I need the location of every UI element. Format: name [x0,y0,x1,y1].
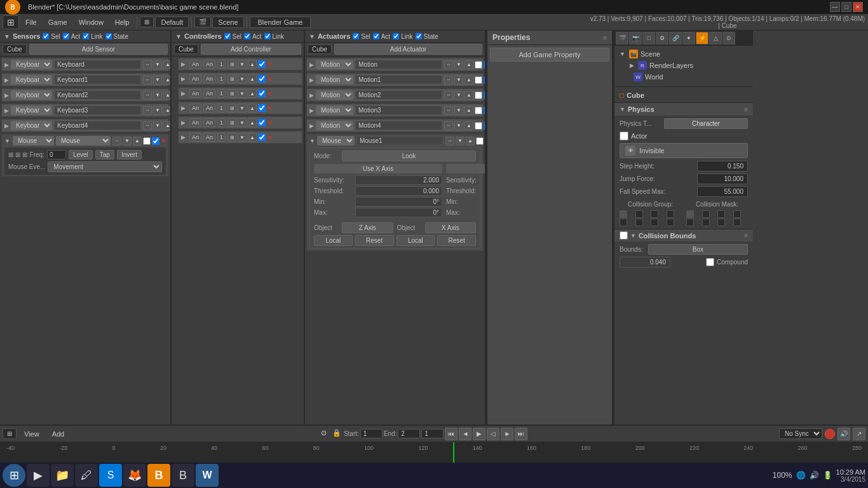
layout-selector[interactable]: Default [155,17,189,28]
coll-cell[interactable] [667,219,674,226]
physics-icon-btn[interactable]: ⚡ [696,32,709,44]
ctrl-check[interactable] [258,119,266,126]
current-frame-input[interactable] [421,429,444,438]
act-type-select[interactable]: Motion [316,75,353,85]
sensor-icon[interactable]: ▼ [153,76,162,85]
act-icon[interactable]: ▼ [454,106,463,115]
ctrl-icon2[interactable]: ▼ [238,60,247,69]
taskbar-file-explorer[interactable]: 📁 [51,464,74,487]
collision-bounds-check[interactable] [620,231,628,240]
act-icon[interactable]: ↔ [444,60,453,69]
mode-value[interactable]: Look [342,151,476,161]
collision-mask-grid[interactable] [686,210,748,226]
act-name-input[interactable] [355,90,442,100]
timeline-track[interactable]: -40-200204060801001201401601802002202402… [0,442,868,463]
jump-end-button[interactable]: ⏭ [515,428,527,440]
act-icon[interactable]: ▲ [465,106,473,115]
record-button[interactable] [825,429,835,439]
thresh-x-input[interactable] [355,186,442,196]
state-check[interactable]: State [105,33,128,40]
timeline-add[interactable]: Add [47,429,70,439]
prev-frame-button[interactable]: ◄ [459,428,471,440]
timeline-editor-selector[interactable]: ⊞ [3,428,17,439]
sensor-icon[interactable]: ▼ [153,91,162,100]
sensor-name-input[interactable] [54,121,141,130]
act-icon[interactable]: ↔ [444,76,453,85]
act-icon[interactable]: ↔ [444,121,453,130]
act-state-check[interactable]: State [416,33,438,40]
scene-icon-btn[interactable]: 🎬 [616,32,628,44]
sensor-icon[interactable]: ↔ [143,91,152,100]
act-type-select[interactable]: Motion [316,90,353,100]
act-check[interactable] [475,122,482,130]
actor-checkbox[interactable] [620,132,628,140]
taskbar-blender2[interactable]: B [172,464,194,487]
start-frame-input[interactable] [360,429,383,438]
act-check2[interactable] [484,122,485,130]
act-icon[interactable]: ▼ [454,76,463,85]
ctrl-act-check[interactable]: Act [244,33,261,40]
act-check[interactable] [475,92,482,99]
ctrl-icon1[interactable]: ⊞ [227,60,236,69]
act-icon[interactable]: ▲ [465,76,473,85]
mouse-act-name[interactable] [356,136,444,146]
ctrl-check[interactable] [258,104,266,112]
menu-window[interactable]: Window [74,17,109,27]
act-check[interactable]: Act [63,33,80,40]
link-check[interactable]: Link [83,33,102,40]
sensor-check2[interactable] [152,137,159,145]
taskbar-app3[interactable]: 🖊 [75,464,98,487]
end-frame-input[interactable] [398,429,420,438]
act-link-check[interactable]: Link [393,33,412,40]
ctrl-icon[interactable]: ▲ [248,133,257,142]
sensor-name-input[interactable] [54,90,141,100]
ctrl-check[interactable] [258,133,266,141]
sensor-icon[interactable]: ▲ [163,91,170,100]
add-sensor-button[interactable]: Add Sensor [29,44,168,55]
max-x-input[interactable] [355,208,442,217]
sens-x-input[interactable] [355,175,442,185]
physics-type-select[interactable]: Character [664,118,748,129]
reset-y-button[interactable]: Reset [437,235,476,246]
coll-cell[interactable] [733,219,741,226]
object-data-btn[interactable]: △ [709,32,722,44]
ctrl-delete[interactable]: ✕ [267,134,272,141]
audio-button[interactable]: 🔊 [837,428,850,440]
coll-cell[interactable] [717,219,725,226]
close-button[interactable]: ✕ [853,2,863,12]
ctrl-icon[interactable]: ▼ [238,118,247,127]
sensor-icon[interactable]: ↔ [143,106,152,115]
act-icon[interactable]: ▼ [456,137,465,146]
act-icon[interactable]: ▼ [454,91,463,100]
act-check[interactable] [475,61,482,69]
jump-start-button[interactable]: ⏮ [445,428,458,440]
act-check2[interactable] [484,61,485,69]
compound-check[interactable] [706,258,714,266]
ctrl-icon[interactable]: ▼ [238,89,247,98]
ctrl-delete[interactable]: ✕ [267,61,272,68]
ctrl-icon[interactable]: ⊞ [227,133,236,142]
level-button[interactable]: Level [69,150,93,159]
mouse-type-select[interactable]: Mouse [13,136,54,146]
add-actuator-button[interactable]: Add Actuator [334,44,482,55]
freq-input[interactable] [47,150,66,159]
act-type-select[interactable]: Motion [316,105,353,115]
sensor-icon[interactable]: ▲ [133,137,142,146]
act-icon[interactable]: ▼ [454,121,463,130]
ctrl-icon[interactable]: ⊞ [227,74,236,83]
ctrl-icon[interactable]: ▼ [238,74,247,83]
timeline-view[interactable]: View [19,429,44,439]
menu-game[interactable]: Game [43,17,72,27]
add-controller-button[interactable]: Add Controller [201,44,301,55]
act-check2[interactable] [484,92,485,99]
sensor-icon[interactable]: ↔ [112,137,121,146]
minimize-button[interactable]: — [830,2,840,12]
ctrl-check[interactable] [258,90,266,97]
ctrl-icon[interactable]: ⊞ [227,89,236,98]
editor-type-selector[interactable]: ⊞ [3,15,19,29]
taskbar-firefox[interactable]: 🦊 [123,464,146,487]
sensor-name-input[interactable] [54,60,141,69]
ctrl-icon[interactable]: ⊞ [227,104,236,112]
coll-cell[interactable] [686,210,694,218]
act-icon[interactable]: ▲ [466,137,475,146]
